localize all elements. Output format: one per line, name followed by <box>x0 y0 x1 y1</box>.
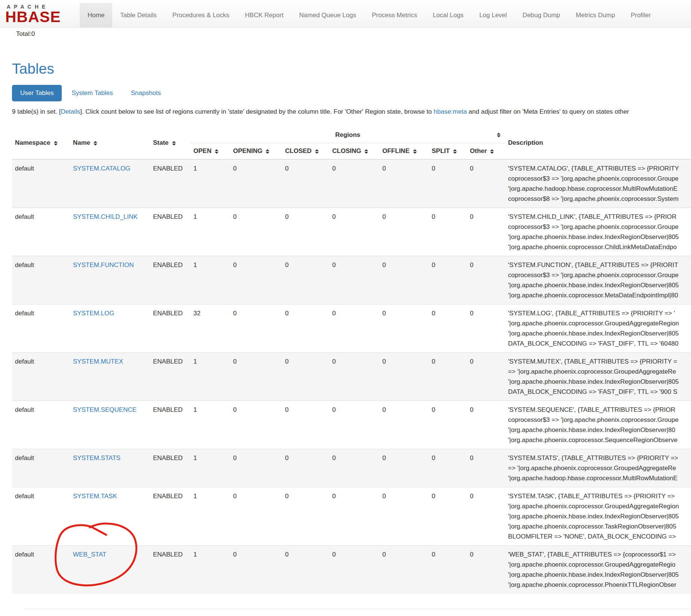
sort-icon[interactable] <box>490 149 494 154</box>
tab-system-tables[interactable]: System Tables <box>63 85 121 101</box>
open-count[interactable]: 1 <box>190 208 230 256</box>
opening-count[interactable]: 0 <box>230 487 282 545</box>
col-header-split[interactable]: SPLIT <box>429 143 467 159</box>
table-name-link[interactable]: SYSTEM.CATALOG <box>73 165 130 172</box>
hbase-meta-link[interactable]: hbase:meta <box>434 108 467 115</box>
nav-item-process-metrics[interactable]: Process Metrics <box>364 3 425 28</box>
split-count[interactable]: 0 <box>429 401 467 449</box>
nav-item-log-level[interactable]: Log Level <box>471 3 515 28</box>
closing-count[interactable]: 0 <box>329 256 379 304</box>
nav-item-local-logs[interactable]: Local Logs <box>425 3 471 28</box>
details-link[interactable]: Details <box>61 108 80 115</box>
split-count[interactable]: 0 <box>429 304 467 352</box>
nav-item-metrics-dump[interactable]: Metrics Dump <box>568 3 623 28</box>
col-header-namespace[interactable]: Namespace <box>12 127 70 159</box>
table-name-link[interactable]: SYSTEM.STATS <box>73 454 120 462</box>
closing-count[interactable]: 0 <box>329 208 379 256</box>
offline-count[interactable]: 0 <box>379 401 429 449</box>
split-count[interactable]: 0 <box>429 208 467 256</box>
closed-count[interactable]: 0 <box>282 256 329 304</box>
closed-count[interactable]: 0 <box>282 487 329 545</box>
open-count[interactable]: 1 <box>190 487 230 545</box>
sort-icon[interactable] <box>266 149 269 154</box>
closed-count[interactable]: 0 <box>282 304 329 352</box>
col-header-name[interactable]: Name <box>70 127 150 159</box>
offline-count[interactable]: 0 <box>379 208 429 256</box>
nav-item-profiler[interactable]: Profiler <box>623 3 659 28</box>
closing-count[interactable]: 0 <box>329 352 379 401</box>
sort-icon[interactable] <box>172 141 176 145</box>
open-count[interactable]: 1 <box>190 545 230 594</box>
open-count[interactable]: 32 <box>190 304 230 352</box>
closed-count[interactable]: 0 <box>282 208 329 256</box>
nav-item-debug-dump[interactable]: Debug Dump <box>515 3 568 28</box>
sort-icon[interactable] <box>413 149 417 154</box>
sort-icon[interactable] <box>315 149 319 154</box>
open-count[interactable]: 1 <box>190 256 230 304</box>
closed-count[interactable]: 0 <box>282 352 329 401</box>
opening-count[interactable]: 0 <box>230 159 282 208</box>
split-count[interactable]: 0 <box>429 545 467 594</box>
sort-icon[interactable] <box>497 133 501 137</box>
other-count[interactable]: 0 <box>467 256 505 304</box>
offline-count[interactable]: 0 <box>379 449 429 487</box>
table-name-link[interactable]: SYSTEM.TASK <box>73 493 117 500</box>
sort-icon[interactable] <box>453 149 457 154</box>
opening-count[interactable]: 0 <box>230 352 282 401</box>
nav-item-hbck-report[interactable]: HBCK Report <box>237 3 291 28</box>
split-count[interactable]: 0 <box>429 352 467 401</box>
col-header-offline[interactable]: OFFLINE <box>379 143 429 159</box>
opening-count[interactable]: 0 <box>230 545 282 594</box>
closed-count[interactable]: 0 <box>282 449 329 487</box>
sort-icon[interactable] <box>364 149 368 154</box>
closing-count[interactable]: 0 <box>329 487 379 545</box>
split-count[interactable]: 0 <box>429 449 467 487</box>
opening-count[interactable]: 0 <box>230 256 282 304</box>
sort-icon[interactable] <box>215 149 218 154</box>
col-header-state[interactable]: State <box>150 127 190 159</box>
opening-count[interactable]: 0 <box>230 304 282 352</box>
offline-count[interactable]: 0 <box>379 159 429 208</box>
closing-count[interactable]: 0 <box>329 401 379 449</box>
sort-icon[interactable] <box>54 141 58 145</box>
tab-user-tables[interactable]: User Tables <box>12 85 62 101</box>
closing-count[interactable]: 0 <box>329 304 379 352</box>
table-name-link-web-stat[interactable]: WEB_STAT <box>73 551 106 558</box>
sort-icon[interactable] <box>94 141 97 145</box>
table-name-link[interactable]: SYSTEM.FUNCTION <box>73 261 134 269</box>
col-header-open[interactable]: OPEN <box>190 143 230 159</box>
table-name-link[interactable]: SYSTEM.LOG <box>73 310 114 317</box>
opening-count[interactable]: 0 <box>230 449 282 487</box>
nav-item-procedures-locks[interactable]: Procedures & Locks <box>165 3 237 28</box>
closed-count[interactable]: 0 <box>282 401 329 449</box>
closing-count[interactable]: 0 <box>329 545 379 594</box>
offline-count[interactable]: 0 <box>379 487 429 545</box>
other-count[interactable]: 0 <box>467 304 505 352</box>
other-count[interactable]: 0 <box>467 449 505 487</box>
nav-item-home[interactable]: Home <box>80 3 112 28</box>
closed-count[interactable]: 0 <box>282 159 329 208</box>
table-name-link[interactable]: SYSTEM.MUTEX <box>73 358 123 365</box>
split-count[interactable]: 0 <box>429 159 467 208</box>
other-count[interactable]: 0 <box>467 401 505 449</box>
split-count[interactable]: 0 <box>429 256 467 304</box>
opening-count[interactable]: 0 <box>230 401 282 449</box>
nav-item-named-queue-logs[interactable]: Named Queue Logs <box>291 3 364 28</box>
open-count[interactable]: 1 <box>190 401 230 449</box>
other-count[interactable]: 0 <box>467 545 505 594</box>
open-count[interactable]: 1 <box>190 449 230 487</box>
offline-count[interactable]: 0 <box>379 304 429 352</box>
closed-count[interactable]: 0 <box>282 545 329 594</box>
nav-item-table-details[interactable]: Table Details <box>112 3 164 28</box>
col-header-opening[interactable]: OPENING <box>230 143 282 159</box>
col-header-closing[interactable]: CLOSING <box>329 143 379 159</box>
tab-snapshots[interactable]: Snapshots <box>123 85 169 101</box>
other-count[interactable]: 0 <box>467 159 505 208</box>
other-count[interactable]: 0 <box>467 208 505 256</box>
table-name-link[interactable]: SYSTEM.CHILD_LINK <box>73 213 138 220</box>
col-header-other[interactable]: Other <box>467 143 505 159</box>
closing-count[interactable]: 0 <box>329 449 379 487</box>
other-count[interactable]: 0 <box>467 352 505 401</box>
open-count[interactable]: 1 <box>190 352 230 401</box>
open-count[interactable]: 1 <box>190 159 230 208</box>
